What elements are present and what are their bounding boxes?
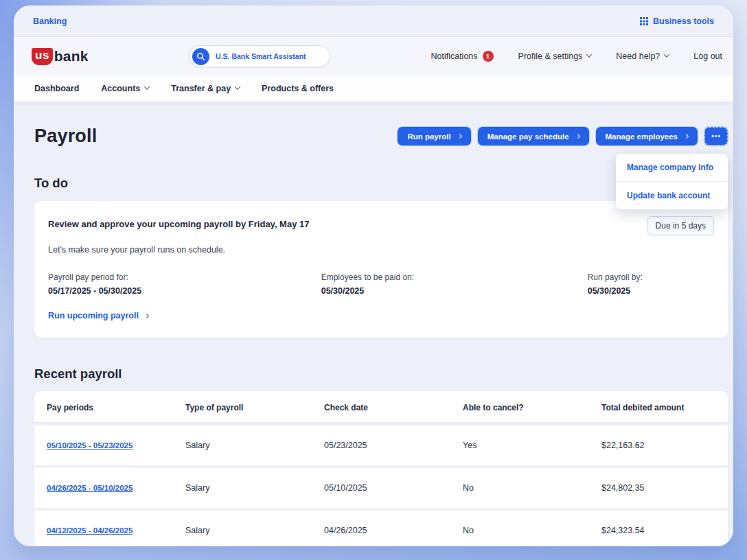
more-actions-menu: Manage company info Update bank account xyxy=(616,154,728,209)
chevron-down-icon xyxy=(586,51,592,57)
recent-payroll-table: Pay periods Type of payroll Check date A… xyxy=(34,391,728,546)
payroll-actions: Run payroll Manage pay schedule Manage e… xyxy=(398,127,728,145)
usbank-shield-logo: us xyxy=(32,48,53,65)
payroll-page-content: Payroll Run payroll Manage pay schedule … xyxy=(14,102,733,546)
chevron-right-icon xyxy=(144,313,149,318)
usbank-logo[interactable]: us bank xyxy=(32,48,89,65)
nav-item-products-offers[interactable]: Products & offers xyxy=(262,84,334,93)
field-run-payroll-by: Run payroll by: 05/30/2025 xyxy=(588,272,714,296)
recent-payroll-section-title: Recent payroll xyxy=(34,366,728,382)
business-tools-link[interactable]: Business tools xyxy=(640,16,714,26)
logout-button[interactable]: Log out xyxy=(693,51,722,61)
manage-pay-schedule-label: Manage pay schedule xyxy=(487,132,569,141)
pay-period-link[interactable]: 04/12/2025 - 04/26/2025 xyxy=(47,526,133,535)
menu-item-update-bank-account[interactable]: Update bank account xyxy=(616,181,728,209)
check-date-cell: 04/26/2025 xyxy=(312,511,450,546)
table-header-row: Pay periods Type of payroll Check date A… xyxy=(34,391,728,423)
nav-transfer-pay-label: Transfer & pay xyxy=(171,84,231,93)
todo-card-subtitle: Let's make sure your payroll runs on sch… xyxy=(48,245,714,255)
chevron-down-icon xyxy=(144,84,150,89)
run-payroll-label: Run payroll xyxy=(407,132,450,141)
field-pay-period: Payroll pay period for: 05/17/2025 - 05/… xyxy=(48,272,321,296)
payroll-type-cell: Salary xyxy=(173,511,312,546)
manage-employees-button[interactable]: Manage employees xyxy=(596,127,698,145)
table-row: 04/26/2025 - 05/10/2025 Salary 05/10/202… xyxy=(34,465,728,508)
need-help-label: Need help? xyxy=(616,51,660,61)
notifications-label: Notifications xyxy=(430,51,477,61)
field-pay-period-label: Payroll pay period for: xyxy=(48,272,321,282)
field-run-payroll-by-label: Run payroll by: xyxy=(588,272,714,282)
page-title: Payroll xyxy=(34,126,97,147)
desktop-background: Banking Business tools us bank xyxy=(0,0,747,560)
main-header: us bank U.S. Bank Smart Assistant Notifi… xyxy=(14,37,733,75)
payroll-type-cell: Salary xyxy=(173,468,312,508)
nav-item-dashboard[interactable]: Dashboard xyxy=(34,84,79,93)
col-able-to-cancel: Able to cancel? xyxy=(450,391,589,422)
run-upcoming-payroll-label: Run upcoming payroll xyxy=(48,311,139,320)
profile-settings-menu[interactable]: Profile & settings xyxy=(518,51,592,61)
grid-apps-icon xyxy=(640,17,648,25)
field-employees-paid-on-label: Employees to be paid on: xyxy=(321,272,588,282)
nav-accounts-label: Accounts xyxy=(101,84,140,93)
run-payroll-button[interactable]: Run payroll xyxy=(398,127,470,145)
need-help-menu[interactable]: Need help? xyxy=(616,51,669,61)
page-title-row: Payroll Run payroll Manage pay schedule … xyxy=(34,126,728,147)
todo-card: Review and approve your upcoming payroll… xyxy=(34,201,728,338)
notifications-button[interactable]: Notifications 1 xyxy=(430,51,493,62)
field-pay-period-value: 05/17/2025 - 05/30/2025 xyxy=(48,286,321,296)
todo-fields: Payroll pay period for: 05/17/2025 - 05/… xyxy=(48,272,714,296)
header-actions: Notifications 1 Profile & settings Need … xyxy=(430,51,722,62)
usbank-wordmark: bank xyxy=(54,48,89,65)
browser-app-window: Banking Business tools us bank xyxy=(14,5,733,546)
nav-products-offers-label: Products & offers xyxy=(262,84,334,93)
check-date-cell: 05/10/2025 xyxy=(312,468,450,508)
pay-period-link[interactable]: 04/26/2025 - 05/10/2025 xyxy=(47,484,133,492)
col-type-of-payroll: Type of payroll xyxy=(173,391,312,422)
field-run-payroll-by-value: 05/30/2025 xyxy=(588,286,714,296)
total-debited-cell: $22,163.62 xyxy=(589,425,728,465)
total-debited-cell: $24,802.35 xyxy=(589,468,728,508)
chevron-right-icon xyxy=(684,134,689,139)
payroll-type-cell: Salary xyxy=(173,425,312,465)
todo-card-header: Review and approve your upcoming payroll… xyxy=(48,216,714,235)
chevron-down-icon xyxy=(235,84,240,89)
able-to-cancel-cell: No xyxy=(450,511,589,546)
due-badge: Due in 5 days xyxy=(647,216,714,235)
logout-label: Log out xyxy=(693,51,722,61)
banking-link[interactable]: Banking xyxy=(33,16,67,26)
chevron-down-icon xyxy=(664,51,669,57)
profile-settings-label: Profile & settings xyxy=(518,51,583,61)
utility-bar: Banking Business tools xyxy=(14,5,733,37)
pay-period-link[interactable]: 05/10/2025 - 05/23/2025 xyxy=(47,441,133,450)
col-total-debited-amount: Total debited amount xyxy=(589,391,728,422)
nav-item-transfer-pay[interactable]: Transfer & pay xyxy=(171,84,240,93)
more-actions-button[interactable]: ••• xyxy=(704,127,728,145)
manage-employees-label: Manage employees xyxy=(606,132,678,141)
col-pay-periods: Pay periods xyxy=(34,391,173,422)
able-to-cancel-cell: Yes xyxy=(450,425,589,465)
field-employees-paid-on-value: 05/30/2025 xyxy=(321,286,588,296)
total-debited-cell: $24,323.54 xyxy=(589,511,728,546)
col-check-date: Check date xyxy=(312,391,450,422)
smart-assistant-search[interactable]: U.S. Bank Smart Assistant xyxy=(189,45,330,67)
search-icon xyxy=(192,48,209,65)
todo-card-title: Review and approve your upcoming payroll… xyxy=(48,216,309,229)
field-employees-paid-on: Employees to be paid on: 05/30/2025 xyxy=(321,272,588,296)
search-placeholder-text: U.S. Bank Smart Assistant xyxy=(216,52,306,60)
manage-pay-schedule-button[interactable]: Manage pay schedule xyxy=(478,127,589,145)
notifications-badge: 1 xyxy=(483,51,494,62)
chevron-right-icon xyxy=(575,134,579,139)
business-tools-label: Business tools xyxy=(653,16,714,26)
run-upcoming-payroll-link[interactable]: Run upcoming payroll xyxy=(48,311,148,320)
primary-nav: Dashboard Accounts Transfer & pay Produc… xyxy=(14,75,733,102)
menu-item-manage-company-info[interactable]: Manage company info xyxy=(616,154,728,181)
nav-dashboard-label: Dashboard xyxy=(34,84,79,93)
check-date-cell: 05/23/2025 xyxy=(312,425,450,465)
nav-item-accounts[interactable]: Accounts xyxy=(101,84,149,93)
table-row: 05/10/2025 - 05/23/2025 Salary 05/23/202… xyxy=(34,423,728,465)
chevron-right-icon xyxy=(457,134,462,139)
able-to-cancel-cell: No xyxy=(450,468,589,508)
table-row: 04/12/2025 - 04/26/2025 Salary 04/26/202… xyxy=(34,508,728,546)
